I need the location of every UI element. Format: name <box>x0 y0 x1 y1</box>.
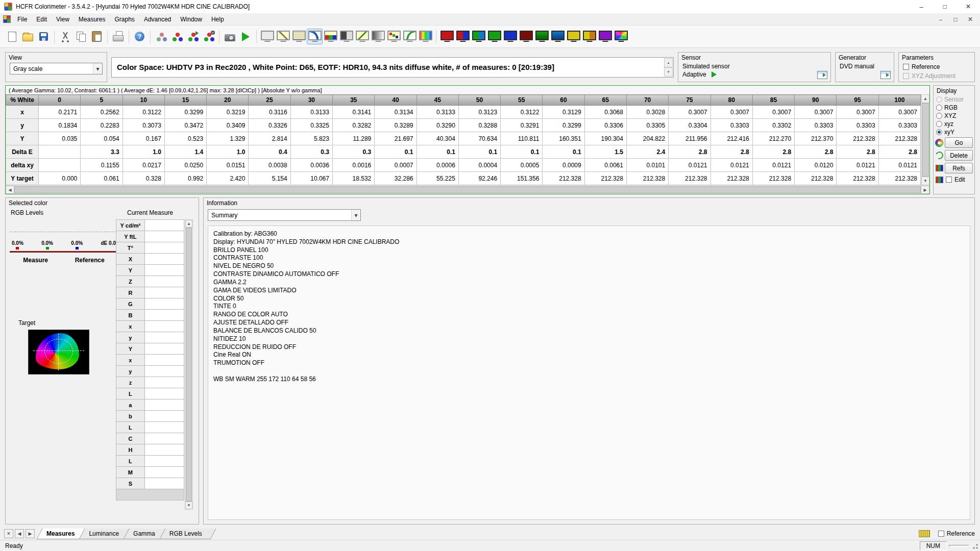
help-icon[interactable] <box>132 29 148 44</box>
chevron-down-icon[interactable] <box>351 210 360 220</box>
measure-green-icon[interactable] <box>486 29 502 44</box>
measure-green-series-icon[interactable] <box>534 29 550 44</box>
import-colors-icon[interactable] <box>185 29 201 44</box>
value-cell: 10.067 <box>290 172 332 185</box>
scrollbar-thumb[interactable] <box>922 103 929 177</box>
menu-file[interactable]: File <box>13 14 32 24</box>
column-header: 40 <box>375 95 416 106</box>
radio-xyz[interactable]: xyz <box>934 120 974 128</box>
measure-yellow-icon[interactable] <box>566 29 581 44</box>
cut-icon[interactable] <box>57 29 73 44</box>
scrollbar-thumb[interactable] <box>186 228 192 502</box>
menu-graphs[interactable]: Graphs <box>110 14 139 24</box>
restore-icon[interactable] <box>933 0 957 13</box>
new-file-icon[interactable] <box>4 29 20 44</box>
print-icon[interactable] <box>110 29 126 44</box>
chevron-down-icon[interactable] <box>93 63 102 74</box>
nearblack-view-icon[interactable] <box>291 29 307 44</box>
color-data-icon[interactable] <box>153 29 169 44</box>
reference-display-checkbox[interactable]: Reference <box>938 530 975 537</box>
start-measures-icon[interactable] <box>238 29 254 44</box>
measure-table-scrollbar[interactable] <box>185 219 193 510</box>
scroll-up-icon[interactable] <box>921 94 929 103</box>
gamma-view-icon[interactable] <box>354 29 370 44</box>
keyboard-icon[interactable] <box>919 530 930 537</box>
scroll-right-icon[interactable] <box>921 186 929 194</box>
scroll-down-icon[interactable] <box>921 177 929 185</box>
close-icon[interactable] <box>957 0 980 13</box>
sensor-config-icon[interactable] <box>817 71 827 79</box>
paste-icon[interactable] <box>89 29 105 44</box>
radio-rgb[interactable]: RGB <box>934 104 974 112</box>
measure-green-blue-icon[interactable] <box>471 29 486 44</box>
generator-panel: Generator DVD manual <box>835 52 894 82</box>
sensor-play-icon[interactable] <box>712 71 717 78</box>
measure-red-blue-icon[interactable] <box>455 29 471 44</box>
radio-xyz[interactable]: XYZ <box>934 112 974 120</box>
color-settings-icon[interactable] <box>201 29 216 44</box>
menu-advanced[interactable]: Advanced <box>139 14 176 24</box>
measures-horizontal-scrollbar[interactable] <box>6 185 929 194</box>
grayscale-chart-view-icon[interactable] <box>307 29 323 44</box>
mdi-minimize-icon[interactable] <box>934 15 947 24</box>
free-measures-view-icon[interactable] <box>259 29 275 44</box>
measure-gold-icon[interactable] <box>581 29 597 44</box>
information-select[interactable]: Summary <box>208 209 361 221</box>
red-level: 0.0% <box>12 240 23 249</box>
colorchecker-view-icon[interactable] <box>386 29 402 44</box>
scroll-up-icon[interactable] <box>185 220 192 228</box>
measure-red-icon[interactable] <box>439 29 455 44</box>
rgb-colors-icon[interactable] <box>169 29 185 44</box>
menu-help[interactable]: Help <box>207 14 229 24</box>
tracking-view-icon[interactable] <box>402 29 418 44</box>
value-cell: 0.0121 <box>752 159 794 172</box>
scroll-left-icon[interactable] <box>6 186 14 194</box>
measures-table[interactable]: % White051015202530354045505560657075808… <box>6 94 921 185</box>
tab-luminance[interactable]: Luminance <box>82 529 130 539</box>
calibration-notes[interactable]: Calibration by: ABG360 Display: HYUNDAI … <box>208 226 970 520</box>
measure-blue-series-icon[interactable] <box>550 29 566 44</box>
open-file-icon[interactable] <box>20 29 36 44</box>
menu-window[interactable]: Window <box>176 14 207 24</box>
measure-blue-icon[interactable] <box>502 29 518 44</box>
menu-view[interactable]: View <box>52 14 74 24</box>
view-select[interactable]: Gray scale <box>10 63 103 74</box>
luminance-view-icon[interactable] <box>370 29 386 44</box>
spinner-up-icon[interactable] <box>664 58 673 67</box>
resize-grip[interactable] <box>971 542 978 549</box>
minimize-icon[interactable] <box>910 0 933 13</box>
capture-icon[interactable] <box>222 29 238 44</box>
scroll-down-icon[interactable] <box>185 502 192 509</box>
scrollbar-thumb[interactable] <box>14 186 921 193</box>
measure-rainbow-icon[interactable] <box>613 29 629 44</box>
rgb-levels-view-icon[interactable] <box>323 29 338 44</box>
spinner-down-icon[interactable] <box>664 67 673 77</box>
tab-scroll-right-icon[interactable] <box>26 529 35 538</box>
menu-edit[interactable]: Edit <box>32 14 52 24</box>
measure-purple-icon[interactable] <box>597 29 613 44</box>
measures-vertical-scrollbar[interactable] <box>921 94 929 185</box>
tab-measures[interactable]: Measures <box>39 529 86 539</box>
spectrum-view-icon[interactable] <box>418 29 433 44</box>
reference-checkbox[interactable]: Reference <box>899 62 974 71</box>
save-file-icon[interactable] <box>36 29 52 44</box>
copy-icon[interactable] <box>73 29 89 44</box>
radio-xyy[interactable]: xyY <box>934 128 974 136</box>
go-button[interactable]: Go <box>945 137 973 148</box>
contrast-view-icon[interactable] <box>338 29 354 44</box>
value-cell: 0.3007 <box>795 106 837 119</box>
menu-measures[interactable]: Measures <box>74 14 110 24</box>
generator-config-icon[interactable] <box>880 71 891 79</box>
measure-dark-red-icon[interactable] <box>518 29 534 44</box>
delete-button[interactable]: Delete <box>945 150 973 161</box>
refs-button[interactable]: Refs <box>945 163 973 173</box>
column-header: 20 <box>207 95 249 106</box>
mdi-restore-icon[interactable] <box>949 15 962 24</box>
tab-rgb-levels[interactable]: RGB Levels <box>162 529 213 539</box>
mdi-close-icon[interactable] <box>964 15 977 24</box>
grayscale-view-icon[interactable] <box>275 29 291 44</box>
tab-close-icon[interactable] <box>4 529 13 538</box>
edit-checkbox[interactable]: Edit <box>934 174 974 185</box>
tab-scroll-left-icon[interactable] <box>15 529 24 538</box>
measure-value <box>144 265 184 276</box>
